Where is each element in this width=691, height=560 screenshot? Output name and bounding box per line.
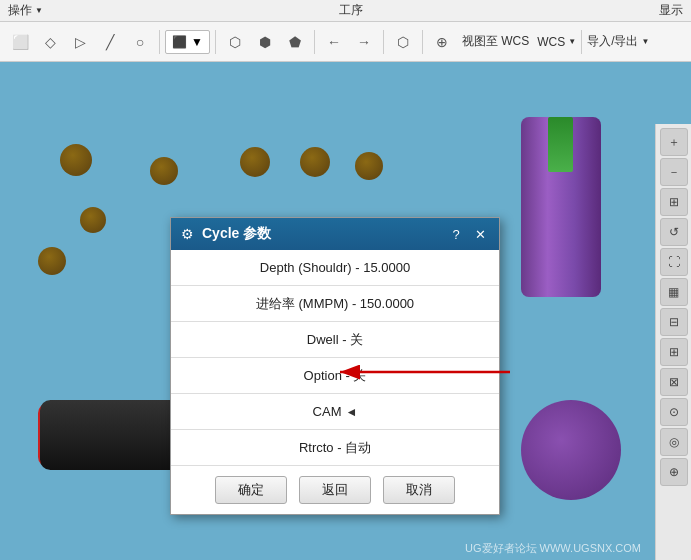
feedrate-label: 进给率 (MMPM) - 150.0000 [256, 295, 414, 313]
dialog-row-dwell[interactable]: Dwell - 关 [171, 322, 499, 358]
view-wcs-btn[interactable]: 视图至 WCS [462, 33, 529, 50]
confirm-button[interactable]: 确定 [215, 476, 287, 504]
cancel-button[interactable]: 取消 [383, 476, 455, 504]
dialog-close-button[interactable]: ✕ [471, 225, 489, 243]
rtrcto-label: Rtrcto - 自动 [299, 439, 371, 457]
hole-3 [240, 147, 270, 177]
menu-tool[interactable]: 工序 [339, 2, 363, 19]
filter-dropdown[interactable]: ⬛ ▼ [165, 30, 210, 54]
sidebar-btn-view2[interactable]: ⊟ [660, 308, 688, 336]
watermark-text: UG爱好者论坛 WWW.UGSNX.COM [465, 542, 641, 554]
sidebar-btn-view3[interactable]: ⊞ [660, 338, 688, 366]
dropdown-arrow-icon: ▼ [191, 35, 203, 49]
purple-cylinder-bottom [521, 400, 621, 500]
dialog-title-actions: ? ✕ [447, 225, 489, 243]
icon-2[interactable]: ◇ [36, 28, 64, 56]
icon-5[interactable]: ○ [126, 28, 154, 56]
separator-5 [422, 30, 423, 54]
hole-7 [38, 247, 66, 275]
dialog-gear-icon: ⚙ [181, 226, 194, 242]
sidebar-btn-rotate[interactable]: ↺ [660, 218, 688, 246]
dialog-row-cam[interactable]: CAM ◄ [171, 394, 499, 430]
wcs-arrow-icon: ▼ [568, 37, 576, 46]
separator-6 [581, 30, 582, 54]
dialog-row-feedrate[interactable]: 进给率 (MMPM) - 150.0000 [171, 286, 499, 322]
wcs-label: WCS [537, 35, 565, 49]
sidebar-btn-fit[interactable]: ⊞ [660, 188, 688, 216]
cam-label: CAM [313, 404, 342, 419]
sidebar-btn-frame[interactable]: ⛶ [660, 248, 688, 276]
icon-3[interactable]: ▷ [66, 28, 94, 56]
tool-label: 工序 [339, 2, 363, 19]
hole-2 [150, 157, 178, 185]
viewport: ＋ － ⊞ ↺ ⛶ ▦ ⊟ ⊞ ⊠ ⊙ ◎ ⊕ ⚙ Cycle 参数 ? ✕ [0, 62, 691, 560]
hole-6 [80, 207, 106, 233]
import-export-btn[interactable]: 导入/导出 ▼ [587, 33, 649, 50]
dialog-row-depth[interactable]: Depth (Shouldr) - 15.0000 [171, 250, 499, 286]
sidebar-btn-view4[interactable]: ⊠ [660, 368, 688, 396]
hole-5 [355, 152, 383, 180]
icon-arrow-2[interactable]: → [350, 28, 378, 56]
menu-display[interactable]: 显示 [659, 2, 683, 19]
icon-axis[interactable]: ⊕ [428, 28, 456, 56]
sidebar-btn-view6[interactable]: ◎ [660, 428, 688, 456]
dwell-label: Dwell - 关 [307, 331, 363, 349]
hole-1 [60, 144, 92, 176]
dialog-row-rtrcto[interactable]: Rtrcto - 自动 [171, 430, 499, 466]
dialog-footer: 确定 返回 取消 [171, 466, 499, 514]
hole-4 [300, 147, 330, 177]
icon-toolbar: ⬜ ◇ ▷ ╱ ○ ⬛ ▼ ⬡ ⬢ ⬟ ← → ⬡ ⊕ 视图至 WCS WCS … [0, 22, 691, 62]
icon-3d[interactable]: ⬡ [389, 28, 417, 56]
sidebar-btn-view5[interactable]: ⊙ [660, 398, 688, 426]
display-label: 显示 [659, 2, 683, 19]
filter-icon: ⬛ [172, 35, 187, 49]
icon-1[interactable]: ⬜ [6, 28, 34, 56]
right-sidebar: ＋ － ⊞ ↺ ⛶ ▦ ⊟ ⊞ ⊠ ⊙ ◎ ⊕ [655, 124, 691, 560]
sidebar-btn-view7[interactable]: ⊕ [660, 458, 688, 486]
separator-1 [159, 30, 160, 54]
icon-shape-3[interactable]: ⬟ [281, 28, 309, 56]
dialog-title: Cycle 参数 [202, 225, 439, 243]
separator-2 [215, 30, 216, 54]
icon-4[interactable]: ╱ [96, 28, 124, 56]
dialog-help-button[interactable]: ? [447, 225, 465, 243]
menu-action[interactable]: 操作 ▼ [8, 2, 43, 19]
sidebar-btn-zoom-in[interactable]: ＋ [660, 128, 688, 156]
dialog-row-option[interactable]: Option - 关 [171, 358, 499, 394]
sidebar-btn-zoom-out[interactable]: － [660, 158, 688, 186]
cycle-params-dialog: ⚙ Cycle 参数 ? ✕ Depth (Shouldr) - 15.0000… [170, 217, 500, 515]
separator-3 [314, 30, 315, 54]
depth-label: Depth (Shouldr) - 15.0000 [260, 260, 410, 275]
back-button[interactable]: 返回 [299, 476, 371, 504]
option-label: Option - 关 [304, 367, 367, 385]
icon-shape-1[interactable]: ⬡ [221, 28, 249, 56]
sidebar-btn-view1[interactable]: ▦ [660, 278, 688, 306]
icon-arrow-1[interactable]: ← [320, 28, 348, 56]
wcs-btn[interactable]: WCS ▼ [537, 35, 576, 49]
dialog-titlebar: ⚙ Cycle 参数 ? ✕ [171, 218, 499, 250]
import-export-arrow-icon: ▼ [642, 37, 650, 46]
action-label: 操作 [8, 2, 32, 19]
cam-arrow-marker-icon: ◄ [346, 405, 358, 419]
separator-4 [383, 30, 384, 54]
watermark: UG爱好者论坛 WWW.UGSNX.COM [465, 541, 641, 556]
view-wcs-label: 视图至 WCS [462, 33, 529, 50]
action-arrow-icon: ▼ [35, 6, 43, 15]
green-tip [548, 117, 573, 172]
import-export-label: 导入/导出 [587, 33, 638, 50]
icon-shape-2[interactable]: ⬢ [251, 28, 279, 56]
top-toolbar: 操作 ▼ 工序 显示 [0, 0, 691, 22]
